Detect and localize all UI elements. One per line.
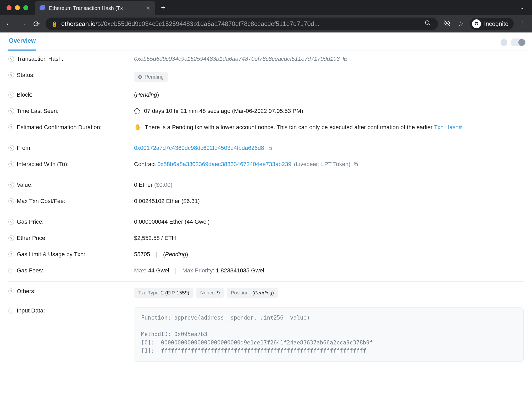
eye-off-icon[interactable] bbox=[443, 20, 452, 28]
svg-rect-5 bbox=[269, 147, 271, 150]
value-gas-price: 0.000000044 Ether (44 Gwei) bbox=[134, 218, 210, 225]
separator: | bbox=[153, 251, 160, 258]
value-est-confirmation: There is a Pending txn with a lower acco… bbox=[145, 124, 462, 131]
label-gas-fees: Gas Fees: bbox=[17, 267, 43, 274]
row-gas-fees: ? Gas Fees: Max: 44 Gwei | Max Priority:… bbox=[8, 262, 524, 282]
input-data-code[interactable]: Function: approve(address _spender, uint… bbox=[134, 307, 524, 362]
txn-hash-link[interactable]: Txn Hash# bbox=[434, 124, 462, 130]
address-bar[interactable]: 🔒 etherscan.io/tx/0xeb55d6d9c034c9c15259… bbox=[46, 18, 438, 30]
gas-fees-max-label: Max: bbox=[134, 267, 147, 274]
favicon-icon bbox=[40, 5, 46, 12]
url-text: etherscan.io/tx/0xeb55d6d9c034c9c1525944… bbox=[61, 20, 420, 28]
help-icon[interactable]: ? bbox=[8, 288, 14, 294]
help-icon[interactable]: ? bbox=[8, 251, 14, 257]
forward-button[interactable]: → bbox=[18, 19, 27, 28]
help-icon[interactable]: ? bbox=[8, 56, 14, 62]
svg-point-3 bbox=[477, 24, 478, 25]
copy-icon[interactable] bbox=[342, 56, 348, 62]
window-controls[interactable] bbox=[7, 5, 28, 10]
to-contract-name: (Livepeer: LPT Token) bbox=[294, 161, 351, 168]
help-icon[interactable]: ? bbox=[8, 124, 14, 130]
label-status: Status: bbox=[17, 72, 35, 79]
label-others: Others: bbox=[17, 288, 36, 295]
row-input-data: ? Input Data: Function: approve(address … bbox=[8, 303, 524, 366]
value-fee: 0.00245102 Ether ($6.31) bbox=[134, 198, 200, 205]
row-ether-price: ? Ether Price: $2,552.58 / ETH bbox=[8, 230, 524, 246]
gas-fees-prio-label: Max Priority: bbox=[182, 267, 214, 274]
copy-icon[interactable] bbox=[267, 145, 273, 151]
row-from: ? From: 0x00172a7d7c4369dc98dc692fd4503d… bbox=[8, 140, 524, 156]
help-icon[interactable]: ? bbox=[8, 182, 14, 188]
chevron-down-icon[interactable]: ⌄ bbox=[520, 4, 524, 11]
back-button[interactable]: ← bbox=[5, 19, 14, 28]
close-tab-icon[interactable]: ✕ bbox=[146, 5, 151, 11]
label-from: From: bbox=[17, 145, 32, 151]
help-icon[interactable]: ? bbox=[8, 198, 14, 204]
incognito-icon bbox=[472, 19, 481, 28]
help-icon[interactable]: ? bbox=[8, 219, 14, 225]
new-tab-button[interactable]: + bbox=[161, 3, 165, 12]
chip-position: Position: (Pending) bbox=[227, 288, 278, 298]
from-address-link[interactable]: 0x00172a7d7c4369dc98dc692fd4503d4fbda626… bbox=[134, 145, 264, 151]
incognito-badge[interactable]: Incognito bbox=[470, 18, 514, 30]
copy-icon[interactable] bbox=[353, 161, 359, 167]
lock-icon: 🔒 bbox=[51, 21, 58, 27]
browser-chrome: Ethereum Transaction Hash (Tx ✕ + ⌄ ← → … bbox=[0, 0, 532, 32]
svg-point-0 bbox=[425, 21, 429, 24]
value-gas-limit: 55705 bbox=[134, 251, 150, 258]
help-icon[interactable]: ? bbox=[8, 108, 14, 114]
help-icon[interactable]: ? bbox=[8, 308, 14, 314]
label-block: Block: bbox=[17, 91, 32, 98]
chip-nonce: Nonce: 9 bbox=[196, 288, 224, 298]
help-icon[interactable]: ? bbox=[8, 92, 14, 98]
value-ether-price: $2,552.58 / ETH bbox=[134, 235, 176, 242]
minimize-window-icon[interactable] bbox=[15, 5, 20, 10]
label-gas-limit: Gas Limit & Usage by Txn: bbox=[17, 251, 85, 258]
label-input-data: Input Data: bbox=[17, 307, 45, 314]
browser-toolbar: ← → ⟳ 🔒 etherscan.io/tx/0xeb55d6d9c034c9… bbox=[0, 15, 532, 32]
value-to: Contract 0x58b6a8a3302369daec38333467240… bbox=[134, 161, 291, 168]
help-icon[interactable]: ? bbox=[8, 161, 14, 167]
label-value: Value: bbox=[17, 182, 33, 188]
kebab-menu-icon[interactable]: ⋮ bbox=[518, 20, 527, 28]
spinner-icon bbox=[134, 108, 140, 114]
label-to: Interacted With (To): bbox=[17, 161, 69, 168]
row-block: ? Block: (Pending) bbox=[8, 87, 524, 103]
reload-button[interactable]: ⟳ bbox=[32, 19, 41, 29]
status-badge: Pending bbox=[134, 72, 168, 82]
svg-rect-4 bbox=[345, 58, 347, 61]
incognito-label: Incognito bbox=[484, 20, 508, 28]
label-transaction-hash: Transaction Hash: bbox=[17, 56, 63, 62]
help-icon[interactable]: ? bbox=[8, 268, 14, 273]
help-icon[interactable]: ? bbox=[8, 72, 14, 78]
row-time-last-seen: ? Time Last Seen: 07 days 10 hr 21 min 4… bbox=[8, 103, 524, 119]
pending-dot-icon bbox=[138, 75, 142, 79]
row-status: ? Status: Pending bbox=[8, 67, 524, 87]
tab-overview[interactable]: Overview bbox=[8, 37, 36, 51]
help-icon[interactable]: ? bbox=[8, 145, 14, 151]
theme-dot-icon[interactable] bbox=[501, 39, 507, 46]
label-est-confirmation: Estimated Confirmation Duration: bbox=[17, 124, 102, 131]
search-icon[interactable] bbox=[423, 20, 432, 28]
svg-line-1 bbox=[429, 24, 430, 25]
hand-icon: ✋ bbox=[134, 124, 141, 131]
chip-txn-type: Txn Type: 2 (EIP-1559) bbox=[134, 288, 193, 298]
help-icon[interactable]: ? bbox=[8, 235, 14, 241]
row-est-confirmation: ? Estimated Confirmation Duration: ✋ The… bbox=[8, 119, 524, 138]
theme-toggle[interactable] bbox=[511, 39, 526, 46]
row-fee: ? Max Txn Cost/Fee: 0.00245102 Ether ($6… bbox=[8, 193, 524, 212]
close-window-icon[interactable] bbox=[7, 5, 12, 10]
separator: | bbox=[172, 267, 180, 274]
row-to: ? Interacted With (To): Contract 0x58b6a… bbox=[8, 156, 524, 175]
browser-tab[interactable]: Ethereum Transaction Hash (Tx ✕ bbox=[35, 1, 155, 15]
value-gas-usage: (Pending) bbox=[163, 251, 188, 258]
view-toggle[interactable] bbox=[501, 39, 526, 50]
row-gas-price: ? Gas Price: 0.000000044 Ether (44 Gwei) bbox=[8, 214, 524, 230]
to-address-link[interactable]: 0x58b6a8a3302369daec383334672404ee733ab2… bbox=[157, 161, 291, 167]
value-usd: ($0.00) bbox=[154, 182, 173, 188]
tab-title: Ethereum Transaction Hash (Tx bbox=[49, 5, 143, 11]
bookmark-star-icon[interactable]: ☆ bbox=[456, 20, 465, 28]
gas-fees-prio-value: 1.823841035 Gwei bbox=[216, 267, 264, 274]
svg-point-2 bbox=[475, 24, 476, 25]
maximize-window-icon[interactable] bbox=[23, 5, 28, 10]
